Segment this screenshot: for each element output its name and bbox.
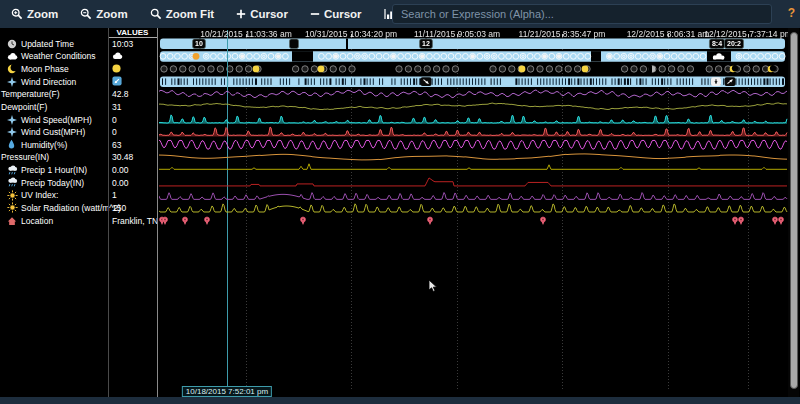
row-label: Wind Gust(MPH) <box>21 127 85 137</box>
toolbar-button-label: Zoom <box>27 8 58 20</box>
sidebar-divider <box>108 28 109 397</box>
time-axis-label: 12/12/2015 7:37:14 pm <box>704 29 788 39</box>
row-value: 42.8 <box>108 89 157 99</box>
sidebar: Updated Time10:03Weather ConditionsMoon … <box>0 38 157 227</box>
chart-canvas[interactable] <box>159 28 788 397</box>
time-axis-label: 10/31/2015 10:34:20 pm <box>305 29 397 39</box>
sidebar-row-moon-phase[interactable]: Moon Phase <box>0 63 157 76</box>
row-label: UV Index: <box>21 190 58 200</box>
cloud-icon <box>7 51 18 62</box>
home-icon <box>7 215 18 226</box>
sun-icon <box>7 190 18 201</box>
row-label-cell: Wind Speed(MPH) <box>0 114 108 125</box>
row-value: 0 <box>108 115 157 125</box>
row-label: Dewpoint(F) <box>1 102 47 112</box>
wind-icon <box>7 127 18 138</box>
sidebar-row-wind-speed-mph[interactable]: Wind Speed(MPH)0 <box>0 113 157 126</box>
row-label: Precip Today(IN) <box>21 178 84 188</box>
plus-icon <box>236 9 246 19</box>
row-value: 30.48 <box>108 152 157 162</box>
sidebar-row-humidity[interactable]: Humidity(%)63 <box>0 139 157 152</box>
toolbar-button-label: Cursor <box>324 8 362 20</box>
help-button[interactable]: ? <box>788 6 795 20</box>
wind-icon <box>7 76 18 87</box>
scrollbar-thumb[interactable] <box>790 32 798 389</box>
row-value: 0 <box>108 127 157 137</box>
add-cursor-button[interactable]: Cursor <box>225 0 299 28</box>
zoom-fit-button[interactable]: Zoom Fit <box>139 0 226 28</box>
row-value: 0.00 <box>108 178 157 188</box>
row-label: Wind Speed(MPH) <box>21 115 92 125</box>
time-axis-label: 10/21/2015 11:03:36 am <box>200 29 292 39</box>
sidebar-row-precip-1-hour-in[interactable]: Precip 1 Hour(IN)0.00 <box>0 164 157 177</box>
time-axis-label: 12/2/2015 8:06:31 am <box>627 29 710 39</box>
row-label-cell: UV Index: <box>0 190 108 201</box>
row-label: Temperature(F) <box>1 89 60 99</box>
moon-full <box>112 64 121 75</box>
zoom-in-button[interactable]: Zoom <box>0 0 69 28</box>
sidebar-row-pressure-in[interactable]: Pressure(IN)30.48 <box>0 151 157 164</box>
row-value: 63 <box>108 140 157 150</box>
rain-icon <box>7 165 18 176</box>
sidebar-row-updated-time[interactable]: Updated Time10:03 <box>0 38 157 51</box>
toolbar-button-label: Cursor <box>250 8 288 20</box>
row-value: 0.00 <box>108 165 157 175</box>
row-label: Precip 1 Hour(IN) <box>21 165 87 175</box>
cursor-time-label[interactable]: 10/18/2015 7:52:01 pm <box>182 386 272 397</box>
sidebar-row-wind-direction[interactable]: Wind Direction <box>0 75 157 88</box>
row-label-cell: Temperature(F) <box>0 89 108 99</box>
sidebar-row-solar-radiation-watt-m-2[interactable]: Solar Radiation (watt/m^2)150 <box>0 202 157 215</box>
scrollbar-track[interactable] <box>788 28 799 397</box>
row-label: Updated Time <box>21 39 74 49</box>
wind-dir-chip <box>112 76 122 88</box>
search-input[interactable] <box>392 4 772 24</box>
sidebar-row-weather-conditions[interactable]: Weather Conditions <box>0 50 157 63</box>
row-label-cell: Dewpoint(F) <box>0 102 108 112</box>
row-label: Solar Radiation (watt/m^2) <box>21 203 121 213</box>
row-label-cell: Updated Time <box>0 38 108 49</box>
row-label-cell: Pressure(IN) <box>0 152 108 162</box>
row-value <box>108 64 157 75</box>
row-label: Location <box>21 216 53 226</box>
app-window: ZoomZoomZoom FitCursorCursorStatsUnitsTo… <box>0 0 800 404</box>
row-label: Weather Conditions <box>21 51 96 61</box>
zoom-out-button[interactable]: Zoom <box>69 0 138 28</box>
clock-icon <box>7 38 18 49</box>
values-divider <box>157 28 158 397</box>
row-label-cell: Location <box>0 215 108 226</box>
row-label-cell: Weather Conditions <box>0 51 108 62</box>
rain-icon <box>7 177 18 188</box>
moon-icon <box>7 64 18 75</box>
minus-icon <box>310 9 320 19</box>
remove-cursor-button[interactable]: Cursor <box>299 0 373 28</box>
bottom-bar <box>0 397 800 404</box>
wind-icon <box>7 114 18 125</box>
time-axis-label: 11/21/2015 8:35:47 pm <box>519 29 606 39</box>
row-value: Franklin, TN <box>108 216 157 226</box>
cloud-small <box>112 51 123 62</box>
row-value <box>108 51 157 62</box>
row-label-cell: Humidity(%) <box>0 139 108 150</box>
row-value: 150 <box>108 203 157 213</box>
sidebar-row-location[interactable]: LocationFranklin, TN <box>0 214 157 227</box>
row-label-cell: Wind Direction <box>0 76 108 87</box>
row-label: Moon Phase <box>21 64 69 74</box>
sidebar-row-uv-index[interactable]: UV Index:1 <box>0 189 157 202</box>
row-value <box>108 76 157 88</box>
zoom-in-icon <box>11 8 23 20</box>
zoom-out-icon <box>80 8 92 20</box>
row-label-cell: Moon Phase <box>0 64 108 75</box>
row-label-cell: Wind Gust(MPH) <box>0 127 108 138</box>
sidebar-row-precip-today-in[interactable]: Precip Today(IN)0.00 <box>0 176 157 189</box>
toolbar-button-label: Zoom Fit <box>166 8 215 20</box>
sun-icon <box>7 202 18 213</box>
sidebar-row-temperature-f[interactable]: Temperature(F)42.8 <box>0 88 157 101</box>
row-label-cell: Precip 1 Hour(IN) <box>0 165 108 176</box>
sidebar-row-dewpoint-f[interactable]: Dewpoint(F)31 <box>0 101 157 114</box>
row-label: Wind Direction <box>21 77 76 87</box>
time-axis-label: 11/11/2015 9:05:03 am <box>414 29 500 39</box>
row-label: Humidity(%) <box>21 140 67 150</box>
row-label: Pressure(IN) <box>1 152 49 162</box>
sidebar-row-wind-gust-mph[interactable]: Wind Gust(MPH)0 <box>0 126 157 139</box>
mouse-pointer <box>428 279 440 297</box>
